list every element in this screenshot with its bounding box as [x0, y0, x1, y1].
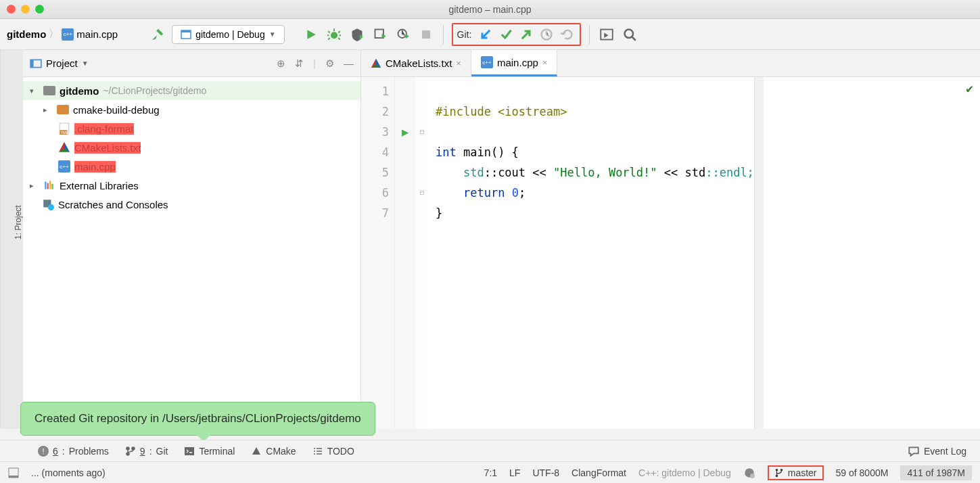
navigation-breadcrumb[interactable]: gitdemo 〉 c++ main.cpp: [7, 28, 118, 41]
svg-rect-1: [181, 30, 191, 32]
close-tab-icon[interactable]: ×: [542, 58, 548, 68]
status-memory-2[interactable]: 411 of 1987M: [900, 465, 972, 480]
project-tool-window-tab[interactable]: 1: Project: [14, 206, 23, 240]
git-pull-icon[interactable]: [477, 26, 494, 43]
fold-end-icon[interactable]: ⊟: [415, 183, 429, 203]
project-view-icon: [30, 58, 42, 70]
dropdown-arrow-icon[interactable]: ▼: [82, 60, 89, 67]
run-gutter[interactable]: ▶: [395, 77, 415, 429]
status-memory-1[interactable]: 59 of 8000M: [836, 467, 889, 478]
tab-main-cpp[interactable]: c++ main.cpp ×: [471, 50, 557, 76]
git-tool-button[interactable]: 9: Git: [125, 446, 168, 457]
tree-row[interactable]: ▸ cmake-build-debug: [23, 100, 360, 119]
minimize-window-button[interactable]: [21, 5, 30, 14]
profile-button[interactable]: [371, 26, 389, 43]
code-token: main() {: [457, 145, 519, 159]
notification-balloon[interactable]: Created Git repository in /Users/jetbrai…: [20, 402, 375, 436]
line-number[interactable]: 4: [361, 142, 389, 162]
tree-row[interactable]: ▸ External Libraries: [23, 176, 360, 195]
close-window-button[interactable]: [7, 5, 16, 14]
git-push-icon[interactable]: [517, 26, 535, 43]
git-toolbar-group: Git:: [452, 23, 582, 46]
project-panel-header: Project ▼ ⊕ ⇵ | ⚙ —: [23, 50, 360, 77]
run-button[interactable]: [302, 26, 320, 43]
code-token: std: [436, 166, 484, 179]
git-branch-widget[interactable]: master: [768, 465, 824, 480]
editor-body[interactable]: 1 2 3 4 5 6 7 ▶ ⊟ ⊟ #include <iostream> …: [361, 77, 980, 429]
breadcrumb-project[interactable]: gitdemo: [7, 28, 46, 40]
status-formatter[interactable]: ClangFormat: [571, 467, 626, 478]
tool-windows-icon[interactable]: [8, 467, 19, 478]
line-number[interactable]: 1: [361, 81, 389, 101]
code-content[interactable]: #include <iostream> int main() { std::co…: [429, 77, 754, 429]
debug-button[interactable]: [325, 26, 343, 43]
window-title: gitdemo – main.cpp: [448, 4, 531, 15]
svg-point-23: [750, 474, 755, 478]
settings-gear-icon[interactable]: ⚙: [325, 58, 334, 70]
zoom-window-button[interactable]: [35, 5, 44, 14]
svg-point-24: [775, 468, 778, 471]
line-number-gutter[interactable]: 1 2 3 4 5 6 7: [361, 77, 395, 429]
tree-row[interactable]: Scratches and Consoles: [23, 195, 360, 214]
stop-button[interactable]: [417, 26, 435, 43]
editor-scrollbar[interactable]: [754, 77, 764, 429]
tool-window-bar: ! 6: Problems 9: Git Terminal CMake TODO…: [0, 440, 980, 461]
attach-button[interactable]: [394, 26, 412, 43]
cmake-file-icon: [371, 58, 381, 69]
coverage-button[interactable]: [348, 26, 366, 43]
notification-text: Created Git repository in /Users/jetbrai…: [34, 412, 361, 425]
project-tree[interactable]: ▾ gitdemo ~/CLionProjects/gitdemo ▸ cmak…: [23, 77, 360, 218]
branch-icon: [125, 446, 136, 457]
tree-row[interactable]: CMakeLists.txt: [23, 138, 360, 157]
breadcrumb-file[interactable]: main.cpp: [76, 28, 118, 40]
chevron-down-icon[interactable]: ▾: [30, 87, 39, 95]
git-history-icon[interactable]: [538, 26, 555, 43]
tree-root-row[interactable]: ▾ gitdemo ~/CLionProjects/gitdemo: [23, 81, 360, 100]
cmake-tool-button[interactable]: CMake: [251, 446, 296, 457]
event-log-button[interactable]: Event Log: [908, 445, 966, 457]
svg-rect-16: [49, 181, 51, 189]
fold-start-icon[interactable]: ⊟: [415, 122, 429, 142]
tree-row[interactable]: YML .clang-format: [23, 119, 360, 138]
svg-point-2: [331, 32, 337, 39]
status-encoding[interactable]: UTF-8: [532, 467, 559, 478]
tree-item-label: cmake-build-debug: [73, 104, 160, 116]
tree-row[interactable]: c++ main.cpp: [23, 157, 360, 176]
fold-gutter[interactable]: ⊟ ⊟: [415, 77, 429, 429]
expand-all-icon[interactable]: ⇵: [295, 58, 304, 70]
problems-tool-button[interactable]: ! 6: Problems: [38, 446, 109, 457]
hide-panel-icon[interactable]: —: [344, 58, 354, 70]
dropdown-arrow-icon: ▼: [269, 30, 276, 38]
line-number[interactable]: 3: [361, 122, 389, 142]
terminal-tool-button[interactable]: Terminal: [184, 446, 235, 457]
inspection-ok-icon[interactable]: ✔: [966, 81, 973, 95]
status-run-context[interactable]: C++: gitdemo | Debug: [638, 467, 731, 478]
line-number[interactable]: 5: [361, 162, 389, 183]
git-label: Git:: [457, 29, 475, 40]
status-bar: ... (moments ago) 7:1 LF UTF-8 ClangForm…: [0, 461, 980, 483]
line-number[interactable]: 7: [361, 203, 389, 223]
run-configuration-selector[interactable]: gitdemo | Debug ▼: [172, 25, 284, 44]
search-everywhere-icon[interactable]: [621, 26, 638, 43]
run-line-marker-icon[interactable]: ▶: [395, 122, 415, 142]
inspections-icon[interactable]: [743, 467, 755, 479]
status-line-separator[interactable]: LF: [509, 467, 520, 478]
locate-icon[interactable]: ⊕: [277, 58, 285, 70]
run-anything-icon[interactable]: [598, 26, 615, 43]
todo-tool-button[interactable]: TODO: [312, 446, 354, 457]
chevron-right-icon[interactable]: ▸: [30, 181, 39, 190]
status-caret-position[interactable]: 7:1: [484, 467, 497, 478]
line-number[interactable]: 6: [361, 183, 389, 203]
hammer-build-icon[interactable]: [149, 26, 166, 43]
git-commit-icon[interactable]: [497, 26, 515, 43]
tab-cmakelists[interactable]: CMakeLists.txt ×: [361, 50, 471, 76]
left-gutter[interactable]: 1: Project: [0, 50, 23, 429]
git-rollback-icon[interactable]: [558, 26, 576, 43]
tab-label: main.cpp: [497, 57, 538, 68]
panel-title[interactable]: Project: [46, 58, 78, 69]
status-context[interactable]: ... (moments ago): [31, 467, 106, 478]
chevron-right-icon[interactable]: ▸: [43, 106, 53, 114]
code-token: ::cout <<: [484, 166, 553, 179]
line-number[interactable]: 2: [361, 101, 389, 122]
close-tab-icon[interactable]: ×: [456, 58, 461, 68]
